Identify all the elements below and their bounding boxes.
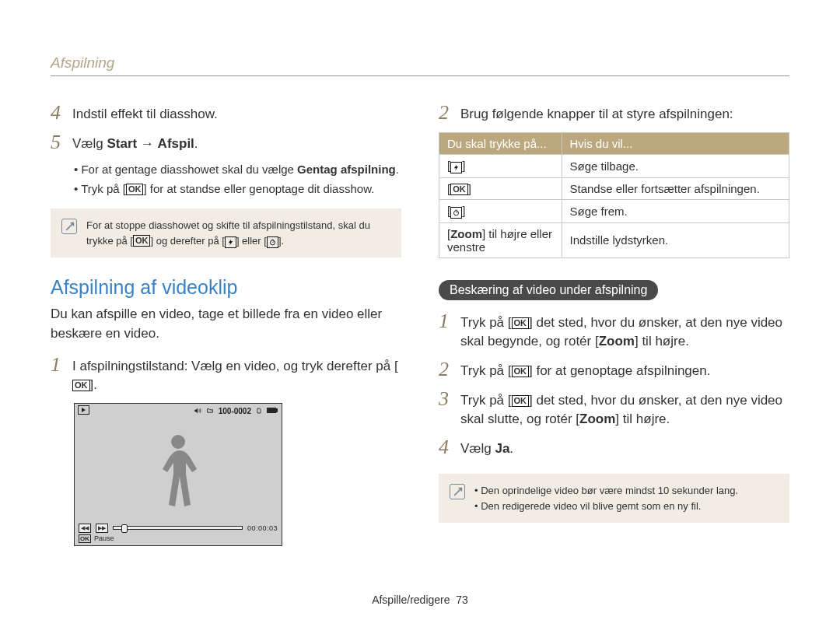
text-bold: Start	[107, 136, 137, 151]
pause-label: Pause	[94, 534, 114, 542]
table-cell: [OK]	[439, 177, 562, 199]
table-cell: [Zoom] til højre eller venstre	[439, 222, 562, 257]
timer-icon	[267, 236, 278, 248]
text-fragment: .	[194, 136, 198, 151]
file-counter: 100-0002	[219, 407, 251, 415]
text-fragment: ].	[278, 235, 284, 247]
controls-table: Du skal trykke på... Hvis du vil... [] S…	[439, 132, 789, 258]
table-cell: Indstille lydstyrken.	[562, 222, 789, 257]
step-text: Indstil effekt til diasshow.	[72, 103, 218, 124]
text-fragment: Tryk på [	[81, 182, 126, 195]
note-box: Den oprindelige video bør være mindst 10…	[439, 474, 789, 523]
text-bold: Ja	[495, 441, 509, 456]
folder-icon	[206, 407, 214, 415]
ok-icon: OK	[512, 317, 530, 329]
text-fragment: Tryk på [	[460, 393, 512, 408]
ok-icon: OK	[450, 184, 468, 195]
left-column: 4 Indstil effekt til diasshow. 5 Vælg St…	[51, 103, 401, 546]
text-bold: Zoom	[450, 227, 482, 240]
table-header-row: Du skal trykke på... Hvis du vil...	[439, 132, 789, 154]
page-number: 73	[456, 594, 468, 606]
section-paragraph: Du kan afspille en video, tage et billed…	[51, 305, 401, 343]
text-fragment: .	[396, 163, 399, 176]
control-step-2: 2 Brug følgende knapper til at styre afs…	[439, 103, 789, 124]
volume-icon	[194, 407, 201, 416]
crop-step-4: 4 Vælg Ja.	[439, 437, 789, 459]
flash-icon	[450, 162, 462, 173]
crop-step-1: 1 Tryk på [OK] det sted, hvor du ønsker,…	[439, 311, 789, 352]
text-fragment: I afspilningstilstand: Vælg en video, og…	[72, 359, 398, 373]
person-silhouette-icon	[156, 432, 200, 525]
text-fragment: og derefter på [	[156, 235, 225, 247]
section-heading: Afspilning af videoklip	[51, 276, 401, 299]
ok-icon: OK	[512, 395, 530, 407]
step-text: Tryk på [OK] for at genoptage afspilning…	[460, 359, 710, 381]
timer-icon	[450, 207, 462, 219]
step-text: Brug følgende knapper til at styre afspi…	[460, 103, 733, 124]
card-icon	[256, 407, 262, 416]
step-text: Tryk på [OK] det sted, hvor du ønsker, a…	[460, 389, 789, 429]
progress-bar	[113, 526, 243, 530]
note-box: For at stoppe diasshowet og skifte til a…	[51, 208, 401, 257]
video-step-1: 1 I afspilningstilstand: Vælg en video, …	[51, 355, 401, 395]
step-5-bullets: For at gentage diasshowet skal du vælge …	[51, 161, 401, 198]
text-bold: Zoom	[599, 334, 635, 349]
ok-icon: OK	[133, 235, 151, 247]
step-number: 4	[51, 103, 65, 124]
text-fragment: ].	[90, 377, 97, 392]
forward-icon: ▶▶	[96, 524, 108, 533]
footer-label: Afspille/redigere	[372, 594, 450, 606]
subsection-pill: Beskæring af video under afspilning	[439, 280, 658, 300]
thumbnail-controls: ◀◀ ▶▶ 00:00:03	[79, 524, 278, 533]
note-text: Den oprindelige video bør være mindst 10…	[474, 483, 738, 513]
battery-icon	[267, 407, 278, 415]
playback-time: 00:00:03	[247, 524, 278, 532]
step-number: 5	[51, 132, 65, 154]
step-4: 4 Indstil effekt til diasshow.	[51, 103, 401, 124]
step-number: 1	[439, 311, 453, 352]
text-fragment: Tryk på [	[460, 363, 512, 378]
step-text: I afspilningstilstand: Vælg en video, og…	[72, 355, 401, 395]
ok-icon: OK	[79, 534, 91, 543]
ok-icon: OK	[126, 184, 144, 195]
text-fragment: Vælg	[460, 441, 495, 456]
text-fragment: ] for at genoptage afspilningen.	[529, 363, 710, 378]
table-cell: Søge frem.	[562, 199, 789, 222]
svg-rect-2	[276, 409, 277, 412]
step-text: Vælg Ja.	[460, 437, 513, 459]
table-row: [] Søge frem.	[439, 199, 789, 222]
rewind-icon: ◀◀	[79, 524, 91, 533]
ok-icon: OK	[512, 366, 530, 377]
table-cell: []	[439, 199, 562, 222]
bullet-item: For at gentage diasshowet skal du vælge …	[74, 161, 401, 179]
text-bold: Gentag afspilning	[297, 163, 396, 176]
ok-icon: OK	[72, 380, 90, 391]
pause-hint: OKPause	[79, 534, 114, 542]
text-fragment: ] til højre.	[615, 412, 670, 426]
svg-rect-5	[274, 409, 275, 412]
flash-icon	[225, 236, 236, 248]
bullet-item: Den redigerede video vil blive gemt som …	[474, 499, 738, 514]
bullet-item: Tryk på [OK] for at standse eller genopt…	[74, 180, 401, 198]
right-column: 2 Brug følgende knapper til at styre afs…	[439, 103, 789, 546]
bullet-item: Den oprindelige video bør være mindst 10…	[474, 483, 738, 499]
text-fragment: For at gentage diasshowet skal du vælge	[81, 163, 297, 176]
step-text: Tryk på [OK] det sted, hvor du ønsker, a…	[460, 311, 789, 352]
table-cell: []	[439, 154, 562, 177]
table-row: [] Søge tilbage.	[439, 154, 789, 177]
text-fragment: ] til højre.	[635, 334, 689, 349]
text-bold: Zoom	[579, 412, 615, 426]
crop-step-2: 2 Tryk på [OK] for at genoptage afspilni…	[439, 359, 789, 381]
text-fragment: ] for at standse eller genoptage dit dia…	[143, 182, 374, 195]
page-footer: Afspille/redigere 73	[0, 594, 840, 606]
table-header: Du skal trykke på...	[439, 132, 562, 154]
note-text: For at stoppe diasshowet og skifte til a…	[86, 218, 390, 248]
table-cell: Standse eller fortsætter afspilningen.	[562, 177, 789, 199]
step-text: Vælg Start → Afspil.	[72, 132, 198, 154]
step-number: 4	[439, 437, 453, 459]
text-fragment: Tryk på [	[460, 315, 512, 330]
svg-rect-4	[271, 409, 273, 412]
step-number: 3	[439, 389, 453, 429]
step-number: 1	[51, 355, 65, 395]
crop-step-3: 3 Tryk på [OK] det sted, hvor du ønsker,…	[439, 389, 789, 429]
